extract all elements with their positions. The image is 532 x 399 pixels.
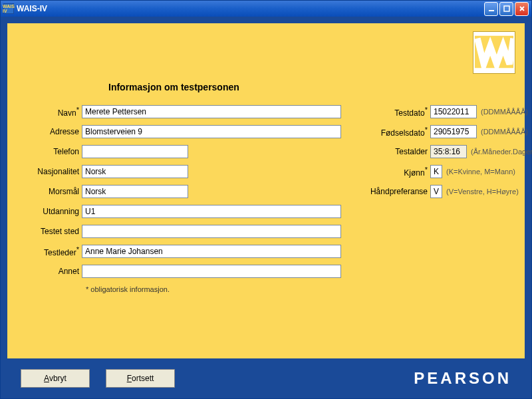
birthdate-input[interactable] xyxy=(430,125,477,138)
name-label: Navn* xyxy=(22,106,82,118)
hand-input[interactable] xyxy=(430,185,442,198)
name-input[interactable] xyxy=(82,105,341,118)
pearson-brand: PEARSON xyxy=(414,369,511,388)
birthdate-hint: (DDMMÅÅÅÅ) xyxy=(481,128,528,136)
examiner-label: Testleder* xyxy=(22,245,82,257)
address-label: Adresse xyxy=(22,127,82,136)
testage-output xyxy=(430,145,467,158)
examiner-input[interactable] xyxy=(82,245,341,258)
page-heading: Informasjon om testpersonen xyxy=(108,82,510,92)
maximize-button[interactable] xyxy=(499,2,513,16)
gender-input[interactable] xyxy=(430,165,442,178)
education-input[interactable] xyxy=(82,205,341,218)
titlebar[interactable]: WAISIV WAIS-IV xyxy=(1,1,531,17)
language-input[interactable] xyxy=(82,185,188,198)
hand-label: Håndpreferanse xyxy=(364,187,430,196)
testage-hint: (År.Måneder.Dager) xyxy=(471,148,532,156)
svg-rect-1 xyxy=(504,6,509,11)
hand-hint: (V=Venstre, H=Høyre) xyxy=(446,188,519,196)
nationality-label: Nasjonalitet xyxy=(22,167,82,176)
other-label: Annet xyxy=(22,267,82,276)
close-button[interactable] xyxy=(515,2,529,16)
other-input[interactable] xyxy=(82,265,341,278)
main-panel: Informasjon om testpersonen Navn* Adress… xyxy=(7,23,525,358)
client-area: Informasjon om testpersonen Navn* Adress… xyxy=(1,17,531,398)
testsite-input[interactable] xyxy=(82,225,341,238)
wais-logo xyxy=(473,31,515,74)
window-title: WAIS-IV xyxy=(17,4,484,13)
language-label: Morsmål xyxy=(22,187,82,196)
cancel-button[interactable]: Avbryt xyxy=(21,369,90,388)
minimize-button[interactable] xyxy=(484,2,498,16)
app-window: WAISIV WAIS-IV Informasjon om tes xyxy=(0,0,532,399)
testdate-input[interactable] xyxy=(430,105,477,118)
nationality-input[interactable] xyxy=(82,165,188,178)
birthdate-label: Fødselsdato* xyxy=(364,126,430,138)
testdate-label: Testdato* xyxy=(364,106,430,118)
gender-hint: (K=Kvinne, M=Mann) xyxy=(446,168,515,176)
testdate-hint: (DDMMÅÅÅÅ) xyxy=(481,108,528,116)
app-icon: WAISIV xyxy=(3,3,14,14)
phone-input[interactable] xyxy=(82,145,188,158)
education-label: Utdanning xyxy=(22,207,82,216)
continue-button[interactable]: Fortsett xyxy=(106,369,175,388)
testsite-label: Testet sted xyxy=(22,227,82,236)
testage-label: Testalder xyxy=(364,147,430,156)
phone-label: Telefon xyxy=(22,147,82,156)
address-input[interactable] xyxy=(82,125,341,138)
svg-rect-0 xyxy=(489,10,494,11)
gender-label: Kjønn* xyxy=(364,166,430,178)
footer: Avbryt Fortsett PEARSON xyxy=(7,358,525,398)
mandatory-note: * obligatorisk informasjon. xyxy=(86,285,341,293)
